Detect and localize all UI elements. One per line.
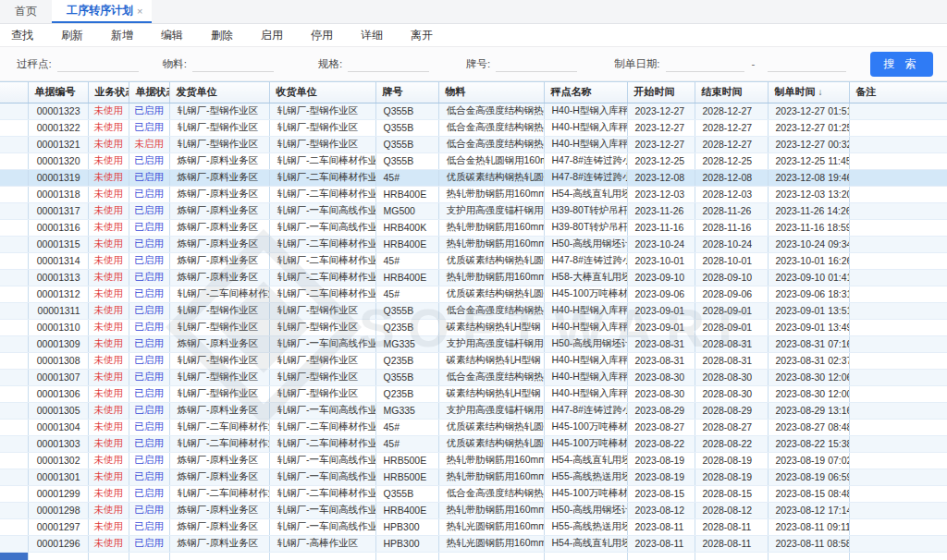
table-row[interactable]: 00001299未使用已启用轧钢厂-二车间棒材作业区轧钢厂-二车间棒材作业区Q3… <box>0 485 947 502</box>
row-selector-cell[interactable] <box>0 286 28 302</box>
row-selector-cell[interactable] <box>0 136 28 152</box>
row-selector-cell[interactable] <box>0 369 28 385</box>
cell-to: 轧钢厂-二车间棒材作业区 <box>269 286 375 302</box>
cell-to: 轧钢厂-二车间棒材作业区 <box>269 236 375 252</box>
tab-home[interactable]: 首页 <box>0 0 52 23</box>
row-selector-cell[interactable] <box>0 103 28 119</box>
table-row[interactable]: 00001296未使用已启用炼钢厂-原料业务区轧钢厂-高棒作业区HPB300热轧… <box>0 535 947 552</box>
table-row[interactable]: 00001321未使用未启用轧钢厂-型钢作业区轧钢厂-型钢作业区Q355B低合金… <box>0 136 947 152</box>
table-row[interactable]: 00001319未使用已启用炼钢厂-原料业务区轧钢厂-二车间棒材作业区45#优质… <box>0 169 947 186</box>
row-selector-cell[interactable] <box>0 252 28 269</box>
table-row[interactable]: 00001302未使用已启用炼钢厂-原料业务区轧钢厂-一车间高线作业区HRB50… <box>0 452 947 469</box>
table-row[interactable]: 00001312未使用已启用轧钢厂-二车间棒材作业区轧钢厂-二车间棒材作业区45… <box>0 286 947 302</box>
column-header-material[interactable]: 物料 <box>438 82 544 103</box>
cell-grade: 45# <box>375 419 438 435</box>
table-row[interactable]: 00001315未使用已启用炼钢厂-原料业务区轧钢厂-二车间棒材作业区HRB40… <box>0 236 947 252</box>
material-input[interactable] <box>192 56 274 72</box>
row-selector-cell[interactable] <box>0 385 28 402</box>
toolbar-button-3[interactable]: 编辑 <box>161 28 183 43</box>
cell-from: 炼钢厂-原料业务区 <box>169 252 269 269</box>
cell-note <box>849 335 947 352</box>
table-row[interactable]: 00001297未使用已启用炼钢厂-原料业务区轧钢厂-一车间高线作业区HPB30… <box>0 518 947 535</box>
table-row[interactable]: 00001308未使用已启用轧钢厂-型钢作业区轧钢厂-型钢作业区Q235B碳素结… <box>0 352 947 369</box>
cell-biz: 未使用 <box>88 435 129 452</box>
row-selector-cell[interactable] <box>0 269 28 286</box>
table-row[interactable]: 00001303未使用已启用轧钢厂-二车间棒材作业区轧钢厂-二车间棒材作业区45… <box>0 435 947 452</box>
row-selector-cell[interactable] <box>0 319 28 335</box>
table-row[interactable]: 00001323未使用已启用轧钢厂-型钢作业区轧钢厂-型钢作业区Q355B低合金… <box>0 103 947 119</box>
row-selector-cell[interactable] <box>0 469 28 485</box>
toolbar-button-1[interactable]: 刷新 <box>61 28 83 43</box>
table-row[interactable]: 00001322未使用已启用轧钢厂-型钢作业区轧钢厂-型钢作业区Q355B低合金… <box>0 119 947 136</box>
table-row[interactable]: 00001298未使用已启用炼钢厂-原料业务区轧钢厂-一车间高线作业区HRB40… <box>0 502 947 518</box>
cell-biz: 未使用 <box>88 369 129 385</box>
toolbar-button-7[interactable]: 详细 <box>361 28 383 43</box>
table-row[interactable]: 00001301未使用已启用炼钢厂-原料业务区轧钢厂-一车间高线作业区HRB50… <box>0 469 947 485</box>
column-header-from[interactable]: 发货单位 <box>169 82 269 103</box>
cell-scale: H40-H型钢入库秤 <box>544 302 627 319</box>
row-selector-cell[interactable] <box>0 152 28 169</box>
table-row[interactable]: 00001310未使用已启用轧钢厂-型钢作业区轧钢厂-型钢作业区Q235B碳素结… <box>0 319 947 335</box>
search-button[interactable]: 搜 索 <box>870 52 932 77</box>
row-selector-cell[interactable] <box>0 119 28 136</box>
row-selector-cell[interactable] <box>0 219 28 236</box>
column-header-doc[interactable]: 单据状态 <box>129 82 169 103</box>
row-selector-cell[interactable] <box>0 502 28 518</box>
filter-bar: 过秤点: 物料: 规格: 牌号: 制单日期: - 搜 索 <box>0 47 947 81</box>
column-header-end[interactable]: 结束时间 <box>695 82 768 103</box>
table-row[interactable]: 00001306未使用已启用轧钢厂-型钢作业区轧钢厂-型钢作业区Q235B碳素结… <box>0 385 947 402</box>
table-row[interactable]: 00001318未使用已启用炼钢厂-原料业务区轧钢厂-二车间棒材作业区HRB40… <box>0 186 947 202</box>
weigh-point-input[interactable] <box>57 56 139 72</box>
column-header-note[interactable]: 备注 <box>849 82 947 103</box>
toolbar-button-5[interactable]: 启用 <box>261 28 283 43</box>
row-selector-cell[interactable] <box>0 435 28 452</box>
order-date-from-input[interactable] <box>666 56 744 72</box>
cell-to: 轧钢厂-一车间高线作业区 <box>269 469 375 485</box>
row-selector-cell[interactable] <box>0 419 28 435</box>
column-header-grade[interactable]: 牌号 <box>375 82 438 103</box>
table-row[interactable]: 00001304未使用已启用轧钢厂-二车间棒材作业区轧钢厂-二车间棒材作业区45… <box>0 419 947 435</box>
row-selector-cell[interactable] <box>0 352 28 369</box>
table-row[interactable]: 00001307未使用已启用轧钢厂-型钢作业区轧钢厂-型钢作业区Q355B低合金… <box>0 369 947 385</box>
column-header-start[interactable]: 开始时间 <box>627 82 695 103</box>
table-row[interactable]: 00001305未使用已启用炼钢厂-原料业务区轧钢厂-一车间高线作业区MG335… <box>0 402 947 419</box>
cell-note <box>849 402 947 419</box>
row-selector-cell[interactable] <box>0 402 28 419</box>
row-selector-cell[interactable] <box>0 202 28 219</box>
table-row[interactable]: 00001313未使用已启用炼钢厂-原料业务区轧钢厂-二车间棒材作业区HRB40… <box>0 269 947 286</box>
toolbar-button-8[interactable]: 离开 <box>411 28 433 43</box>
row-selector-cell[interactable] <box>0 535 28 552</box>
toolbar-button-4[interactable]: 删除 <box>211 28 233 43</box>
toolbar-button-0[interactable]: 查找 <box>11 28 33 43</box>
table-row[interactable]: 00001317未使用已启用炼钢厂-原料业务区轧钢厂-一车间高线作业区MG500… <box>0 202 947 219</box>
row-selector-cell[interactable] <box>0 518 28 535</box>
order-date-to-input[interactable] <box>768 56 846 72</box>
row-selector-cell[interactable] <box>0 485 28 502</box>
table-row[interactable]: 00001309未使用已启用炼钢厂-原料业务区轧钢厂-一车间高线作业区MG335… <box>0 335 947 352</box>
table-row[interactable]: 00001311未使用已启用轧钢厂-型钢作业区轧钢厂-型钢作业区Q355B低合金… <box>0 302 947 319</box>
order-date-label: 制单日期: <box>614 57 659 71</box>
toolbar-button-6[interactable]: 停用 <box>311 28 333 43</box>
close-icon[interactable]: × <box>137 6 142 17</box>
grade-input[interactable] <box>496 56 577 72</box>
row-selector-cell[interactable] <box>0 452 28 469</box>
spec-input[interactable] <box>348 56 429 72</box>
column-header-biz[interactable]: 业务状态 <box>88 82 129 103</box>
tab-process-transfer-plan[interactable]: 工序转序计划 × <box>52 0 152 23</box>
row-selector-cell[interactable] <box>0 186 28 202</box>
column-header-id[interactable]: 单据编号 <box>28 82 88 103</box>
toolbar-button-2[interactable]: 新增 <box>111 28 133 43</box>
table-row[interactable]: 00001314未使用已启用炼钢厂-原料业务区轧钢厂-二车间棒材作业区45#优质… <box>0 252 947 269</box>
column-header-scale[interactable]: 秤点名称 <box>544 82 627 103</box>
row-selector-cell[interactable] <box>0 169 28 186</box>
cell-created: 2023-08-19 07:02 <box>768 452 849 469</box>
row-selector-cell[interactable] <box>0 302 28 319</box>
row-selector-cell[interactable] <box>0 335 28 352</box>
cell-to: 轧钢厂-二车间棒材作业区 <box>269 269 375 286</box>
table-row[interactable]: 00001320未使用已启用炼钢厂-原料业务区轧钢厂-二车间棒材作业区Q355B… <box>0 152 947 169</box>
row-selector-cell[interactable] <box>0 236 28 252</box>
table-row[interactable]: 00001316未使用已启用炼钢厂-原料业务区轧钢厂-一车间高线作业区HRB40… <box>0 219 947 236</box>
column-header-to[interactable]: 收货单位 <box>269 82 375 103</box>
cell-end: 2028-08-11 <box>695 518 768 535</box>
column-header-created[interactable]: 制单时间↓ <box>768 82 849 103</box>
